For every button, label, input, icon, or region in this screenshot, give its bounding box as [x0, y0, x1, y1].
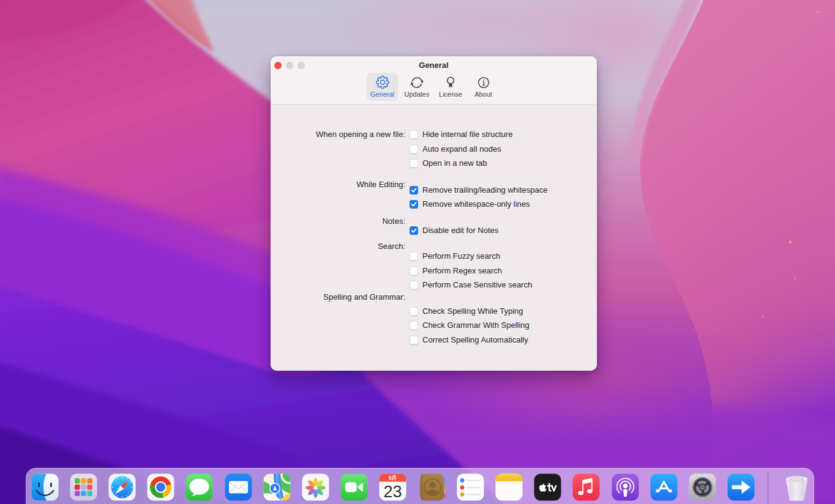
svg-text:23: 23 — [384, 483, 402, 501]
svg-text:5月: 5月 — [389, 475, 397, 481]
